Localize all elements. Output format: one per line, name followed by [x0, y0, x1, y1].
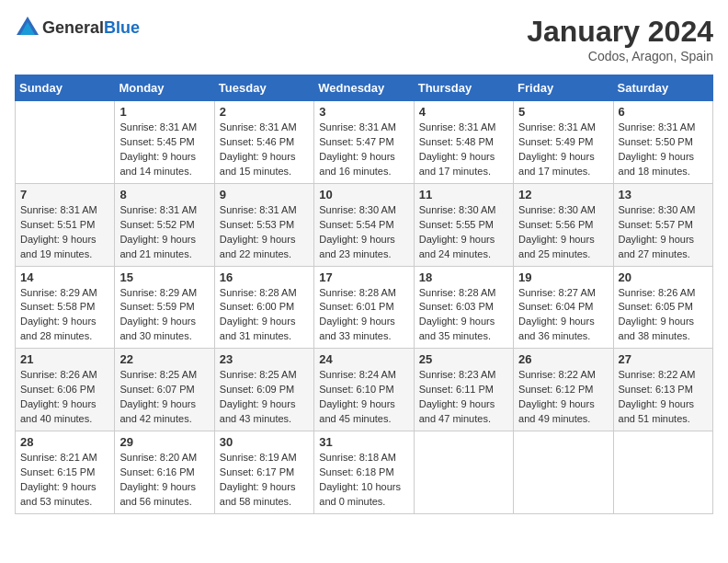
week-row-2: 7Sunrise: 8:31 AMSunset: 5:51 PMDaylight…	[16, 183, 713, 266]
day-cell: 28Sunrise: 8:21 AMSunset: 6:15 PMDayligh…	[16, 431, 115, 514]
day-cell: 17Sunrise: 8:28 AMSunset: 6:01 PMDayligh…	[314, 266, 414, 349]
day-cell: 11Sunrise: 8:30 AMSunset: 5:55 PMDayligh…	[414, 183, 513, 266]
day-info: Sunrise: 8:25 AMSunset: 6:07 PMDaylight:…	[119, 368, 209, 427]
day-number: 19	[518, 270, 608, 284]
day-number: 31	[319, 435, 408, 449]
day-info: Sunrise: 8:29 AMSunset: 5:58 PMDaylight:…	[20, 286, 109, 345]
day-info: Sunrise: 8:30 AMSunset: 5:57 PMDaylight:…	[619, 203, 708, 262]
day-number: 5	[518, 105, 608, 119]
week-row-5: 28Sunrise: 8:21 AMSunset: 6:15 PMDayligh…	[16, 431, 713, 514]
day-info: Sunrise: 8:23 AMSunset: 6:11 PMDaylight:…	[419, 368, 508, 427]
day-cell	[514, 431, 613, 514]
day-cell: 24Sunrise: 8:24 AMSunset: 6:10 PMDayligh…	[314, 349, 414, 431]
day-number: 28	[20, 435, 109, 449]
day-info: Sunrise: 8:20 AMSunset: 6:16 PMDaylight:…	[119, 451, 209, 510]
day-cell: 7Sunrise: 8:31 AMSunset: 5:51 PMDaylight…	[16, 183, 115, 266]
day-cell	[613, 431, 712, 514]
day-cell: 25Sunrise: 8:23 AMSunset: 6:11 PMDayligh…	[414, 349, 513, 431]
day-info: Sunrise: 8:28 AMSunset: 6:01 PMDaylight:…	[319, 286, 408, 345]
day-info: Sunrise: 8:19 AMSunset: 6:17 PMDaylight:…	[220, 451, 309, 510]
header: GeneralBlue January 2024 Codos, Aragon, …	[15, 15, 713, 63]
week-row-1: 1Sunrise: 8:31 AMSunset: 5:45 PMDaylight…	[16, 101, 713, 184]
day-cell: 2Sunrise: 8:31 AMSunset: 5:46 PMDaylight…	[214, 101, 313, 184]
col-header-thursday: Thursday	[414, 75, 513, 101]
day-cell: 3Sunrise: 8:31 AMSunset: 5:47 PMDaylight…	[314, 101, 414, 184]
day-info: Sunrise: 8:26 AMSunset: 6:05 PMDaylight:…	[619, 286, 708, 345]
day-cell: 9Sunrise: 8:31 AMSunset: 5:53 PMDaylight…	[214, 183, 313, 266]
day-cell: 21Sunrise: 8:26 AMSunset: 6:06 PMDayligh…	[16, 349, 115, 431]
day-cell: 23Sunrise: 8:25 AMSunset: 6:09 PMDayligh…	[214, 349, 313, 431]
day-info: Sunrise: 8:28 AMSunset: 6:03 PMDaylight:…	[419, 286, 508, 345]
day-number: 13	[619, 188, 708, 201]
day-number: 11	[419, 188, 508, 201]
day-info: Sunrise: 8:31 AMSunset: 5:52 PMDaylight:…	[119, 203, 209, 262]
day-cell: 4Sunrise: 8:31 AMSunset: 5:48 PMDaylight…	[414, 101, 513, 184]
day-number: 8	[119, 188, 209, 201]
day-number: 30	[220, 435, 309, 449]
day-cell: 30Sunrise: 8:19 AMSunset: 6:17 PMDayligh…	[214, 431, 313, 514]
day-info: Sunrise: 8:31 AMSunset: 5:46 PMDaylight:…	[220, 121, 309, 179]
day-cell: 14Sunrise: 8:29 AMSunset: 5:58 PMDayligh…	[16, 266, 115, 349]
day-info: Sunrise: 8:22 AMSunset: 6:13 PMDaylight:…	[619, 368, 708, 427]
logo-icon	[15, 15, 40, 40]
day-info: Sunrise: 8:31 AMSunset: 5:53 PMDaylight:…	[220, 203, 309, 262]
day-number: 16	[220, 270, 309, 284]
day-cell: 10Sunrise: 8:30 AMSunset: 5:54 PMDayligh…	[314, 183, 414, 266]
day-number: 20	[619, 270, 708, 284]
week-row-3: 14Sunrise: 8:29 AMSunset: 5:58 PMDayligh…	[16, 266, 713, 349]
day-number: 24	[319, 352, 408, 366]
week-row-4: 21Sunrise: 8:26 AMSunset: 6:06 PMDayligh…	[16, 349, 713, 431]
day-cell: 29Sunrise: 8:20 AMSunset: 6:16 PMDayligh…	[115, 431, 214, 514]
day-cell: 22Sunrise: 8:25 AMSunset: 6:07 PMDayligh…	[115, 349, 214, 431]
day-cell: 31Sunrise: 8:18 AMSunset: 6:18 PMDayligh…	[314, 431, 414, 514]
day-info: Sunrise: 8:31 AMSunset: 5:47 PMDaylight:…	[319, 121, 408, 179]
day-info: Sunrise: 8:27 AMSunset: 6:04 PMDaylight:…	[518, 286, 608, 345]
col-header-saturday: Saturday	[613, 75, 712, 101]
day-info: Sunrise: 8:31 AMSunset: 5:48 PMDaylight:…	[419, 121, 508, 179]
day-number: 17	[319, 270, 408, 284]
logo-blue: Blue	[104, 18, 140, 37]
day-number: 25	[419, 352, 508, 366]
day-cell	[414, 431, 513, 514]
day-number: 6	[619, 105, 708, 119]
day-cell: 6Sunrise: 8:31 AMSunset: 5:50 PMDaylight…	[613, 101, 712, 184]
day-info: Sunrise: 8:22 AMSunset: 6:12 PMDaylight:…	[518, 368, 608, 427]
day-number: 22	[119, 352, 209, 366]
day-info: Sunrise: 8:31 AMSunset: 5:51 PMDaylight:…	[20, 203, 109, 262]
day-number: 9	[220, 188, 309, 201]
day-cell: 5Sunrise: 8:31 AMSunset: 5:49 PMDaylight…	[514, 101, 613, 184]
day-cell: 16Sunrise: 8:28 AMSunset: 6:00 PMDayligh…	[214, 266, 313, 349]
day-number: 4	[419, 105, 508, 119]
day-number: 15	[119, 270, 209, 284]
day-info: Sunrise: 8:30 AMSunset: 5:56 PMDaylight:…	[518, 203, 608, 262]
day-number: 3	[319, 105, 408, 119]
day-number: 26	[518, 352, 608, 366]
location-title: Codos, Aragon, Spain	[527, 49, 713, 63]
col-header-wednesday: Wednesday	[314, 75, 414, 101]
day-info: Sunrise: 8:28 AMSunset: 6:00 PMDaylight:…	[220, 286, 309, 345]
col-header-tuesday: Tuesday	[214, 75, 313, 101]
logo-text: GeneralBlue	[42, 18, 140, 38]
day-cell	[16, 101, 115, 184]
col-header-friday: Friday	[514, 75, 613, 101]
day-number: 18	[419, 270, 508, 284]
day-info: Sunrise: 8:18 AMSunset: 6:18 PMDaylight:…	[319, 451, 408, 510]
day-info: Sunrise: 8:31 AMSunset: 5:49 PMDaylight:…	[518, 121, 608, 179]
day-number: 10	[319, 188, 408, 201]
day-number: 1	[119, 105, 209, 119]
day-cell: 8Sunrise: 8:31 AMSunset: 5:52 PMDaylight…	[115, 183, 214, 266]
day-number: 14	[20, 270, 109, 284]
day-number: 27	[619, 352, 708, 366]
col-header-monday: Monday	[115, 75, 214, 101]
day-number: 12	[518, 188, 608, 201]
day-info: Sunrise: 8:24 AMSunset: 6:10 PMDaylight:…	[319, 368, 408, 427]
day-number: 2	[220, 105, 309, 119]
day-info: Sunrise: 8:21 AMSunset: 6:15 PMDaylight:…	[20, 451, 109, 510]
month-title: January 2024	[527, 15, 713, 49]
day-info: Sunrise: 8:25 AMSunset: 6:09 PMDaylight:…	[220, 368, 309, 427]
day-cell: 1Sunrise: 8:31 AMSunset: 5:45 PMDaylight…	[115, 101, 214, 184]
day-info: Sunrise: 8:30 AMSunset: 5:55 PMDaylight:…	[419, 203, 508, 262]
day-number: 23	[220, 352, 309, 366]
day-cell: 26Sunrise: 8:22 AMSunset: 6:12 PMDayligh…	[514, 349, 613, 431]
day-cell: 12Sunrise: 8:30 AMSunset: 5:56 PMDayligh…	[514, 183, 613, 266]
